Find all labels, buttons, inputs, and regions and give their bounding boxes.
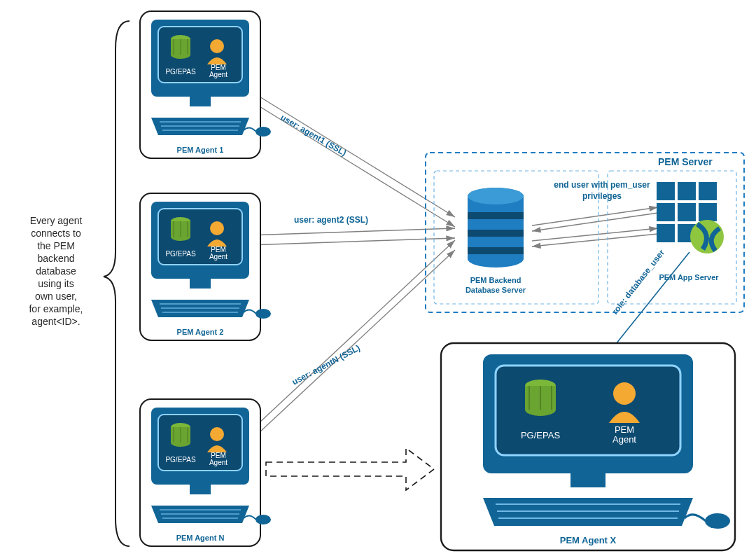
pem-agent-2-caption: PEM Agent 2 bbox=[177, 328, 224, 336]
pem-agent-1-caption: PEM Agent 1 bbox=[177, 146, 224, 154]
svg-text:PG/EPAS: PG/EPAS bbox=[165, 456, 195, 464]
svg-text:connects to: connects to bbox=[31, 228, 81, 239]
svg-text:PEM: PEM bbox=[615, 424, 634, 435]
svg-text:database: database bbox=[36, 265, 76, 277]
conn-agent2-label: user: agent2 (SSL) bbox=[294, 215, 368, 225]
pem-agent-x-caption: PEM Agent X bbox=[560, 535, 617, 545]
pem-agent-n: PG/EPAS PEM Agent PEM Agent N bbox=[140, 399, 271, 546]
svg-point-66 bbox=[210, 221, 224, 235]
privileges-l2: privileges bbox=[582, 191, 622, 201]
svg-line-3 bbox=[248, 238, 455, 245]
svg-rect-31 bbox=[699, 182, 717, 200]
svg-point-56 bbox=[255, 127, 271, 137]
svg-rect-52 bbox=[190, 97, 211, 106]
conn-agentN-label: user: agentN (SSL) bbox=[290, 343, 362, 387]
svg-rect-88 bbox=[190, 485, 211, 494]
side-note: Every agent connects to the PEM backend … bbox=[29, 21, 130, 546]
svg-line-2 bbox=[248, 228, 455, 235]
svg-text:agent<ID>.: agent<ID>. bbox=[31, 316, 80, 327]
svg-line-8 bbox=[532, 228, 658, 241]
svg-rect-35 bbox=[657, 224, 675, 242]
conn-role-label: role: database_user bbox=[610, 248, 666, 317]
svg-rect-28 bbox=[468, 247, 524, 254]
svg-rect-95 bbox=[496, 366, 680, 455]
svg-line-7 bbox=[532, 213, 658, 231]
svg-point-110 bbox=[705, 513, 730, 529]
backend-db-label-l1: PEM Backend bbox=[470, 276, 522, 284]
svg-point-102 bbox=[613, 382, 636, 405]
pem-agent-1: PG/EPAS PEM Agent PEM Agent 1 bbox=[140, 11, 271, 158]
svg-point-25 bbox=[468, 188, 524, 204]
app-server-label: PEM App Server bbox=[659, 273, 719, 282]
svg-text:Agent: Agent bbox=[209, 459, 227, 466]
backend-db-icon bbox=[468, 188, 524, 267]
svg-text:own user,: own user, bbox=[35, 291, 77, 302]
svg-rect-33 bbox=[678, 203, 696, 221]
svg-line-6 bbox=[532, 207, 658, 225]
svg-line-9 bbox=[532, 234, 658, 246]
svg-rect-32 bbox=[657, 203, 675, 221]
svg-point-74 bbox=[255, 309, 271, 319]
agentN-to-agentX-arrow bbox=[266, 448, 434, 490]
svg-text:PG/EPAS: PG/EPAS bbox=[165, 68, 195, 76]
pem-agent-x: PG/EPAS PEM Agent PEM Agent X bbox=[441, 343, 735, 550]
svg-line-4 bbox=[248, 240, 455, 433]
svg-text:Agent: Agent bbox=[209, 253, 227, 260]
svg-rect-34 bbox=[699, 203, 717, 221]
svg-rect-29 bbox=[657, 182, 675, 200]
svg-text:using its: using its bbox=[38, 278, 74, 289]
svg-text:Every agent: Every agent bbox=[30, 215, 83, 226]
svg-text:for example,: for example, bbox=[29, 303, 83, 314]
svg-text:PG/EPAS: PG/EPAS bbox=[521, 430, 560, 440]
svg-point-48 bbox=[210, 39, 224, 53]
pem-agent-n-caption: PEM Agent N bbox=[176, 534, 225, 542]
svg-text:PG/EPAS: PG/EPAS bbox=[165, 250, 195, 258]
svg-rect-106 bbox=[570, 473, 606, 487]
svg-text:backend: backend bbox=[38, 253, 75, 264]
app-server-icon bbox=[657, 182, 724, 253]
privileges-l1: end user with pem_user bbox=[554, 180, 650, 190]
pem-server-title: PEM Server bbox=[658, 156, 713, 167]
pem-agent-2: PG/EPAS PEM Agent PEM Agent 2 bbox=[140, 193, 271, 340]
svg-rect-70 bbox=[190, 279, 211, 289]
pem-server-box: PEM Server PEM Backend Database Server bbox=[426, 153, 744, 312]
svg-rect-27 bbox=[468, 230, 524, 237]
svg-point-84 bbox=[210, 427, 224, 441]
svg-rect-26 bbox=[468, 212, 524, 219]
conn-agent1-label: user: agent1 (SSL) bbox=[279, 112, 349, 158]
svg-point-92 bbox=[255, 515, 271, 524]
backend-db-label-l2: Database Server bbox=[465, 286, 526, 294]
svg-text:Agent: Agent bbox=[612, 434, 636, 445]
svg-rect-30 bbox=[678, 182, 696, 200]
svg-text:Agent: Agent bbox=[209, 71, 227, 78]
svg-text:the PEM: the PEM bbox=[37, 240, 75, 251]
